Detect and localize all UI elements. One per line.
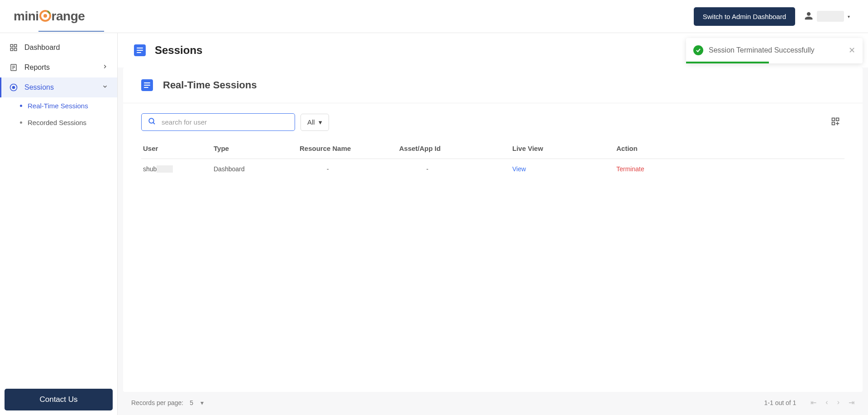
reports-icon (9, 63, 18, 72)
panel-title: Real-Time Sessions (163, 79, 257, 91)
col-type: Type (214, 145, 300, 152)
spacer (137, 179, 849, 392)
logo-orange-o (39, 9, 52, 24)
page-title: Sessions (155, 44, 202, 57)
toast-message: Session Terminated Successfully (709, 46, 843, 54)
filter-label: All (307, 118, 315, 126)
svg-rect-5 (14, 48, 17, 51)
main-area: Sessions Real-Time Sessions All ▾ (118, 33, 868, 415)
sidebar-item-label: Sessions (24, 83, 54, 92)
sidebar-sub-label: Real-Time Sessions (28, 102, 88, 110)
bullet-icon (20, 121, 22, 124)
check-circle-icon (693, 45, 703, 55)
table-row: shub Dashboard - - View Terminate (141, 159, 844, 179)
cell-user: shub (141, 165, 214, 173)
sidebar-item-sessions[interactable]: Sessions (0, 77, 117, 97)
app-header: mini range Switch to Admin Dashboard ▾ (0, 0, 868, 33)
logo-underline (38, 31, 104, 32)
sidebar-sub-recorded[interactable]: Recorded Sessions (0, 114, 117, 131)
sidebar-item-dashboard[interactable]: Dashboard (0, 38, 117, 58)
col-user: User (141, 145, 214, 152)
svg-rect-2 (10, 44, 13, 47)
sidebar-item-label: Reports (24, 63, 50, 72)
user-menu[interactable]: ▾ (804, 11, 850, 22)
sidebar-item-reports[interactable]: Reports (0, 58, 117, 77)
switch-admin-button[interactable]: Switch to Admin Dashboard (694, 7, 795, 26)
brand-logo: mini range (14, 9, 85, 24)
document-icon (141, 79, 153, 91)
chevron-right-icon (102, 63, 108, 72)
canvas: Real-Time Sessions All ▾ (118, 68, 868, 415)
cell-resource: - (300, 165, 399, 173)
bullet-icon (20, 105, 22, 107)
filter-dropdown[interactable]: All ▾ (300, 114, 329, 131)
range-text: 1-1 out of 1 (764, 399, 796, 406)
cell-asset: - (399, 165, 512, 173)
document-icon (134, 44, 146, 56)
session-table: User Type Resource Name Asset/App Id Liv… (137, 141, 849, 179)
caret-down-icon: ▾ (848, 14, 850, 19)
grid-view-icon[interactable] (831, 117, 844, 127)
caret-down-icon: ▾ (319, 118, 322, 126)
toast-notification: Session Terminated Successfully ✕ (686, 38, 863, 63)
first-page-icon[interactable]: ⇤ (811, 398, 816, 407)
svg-rect-15 (836, 118, 839, 121)
table-footer: Records per page: 5 ▾ 1-1 out of 1 ⇤ ‹ ›… (123, 392, 863, 415)
pagination-icons: ⇤ ‹ › ⇥ (811, 398, 854, 407)
sidebar-sub-real-time[interactable]: Real-Time Sessions (0, 97, 117, 114)
last-page-icon[interactable]: ⇥ (849, 398, 854, 407)
col-action: Action (616, 145, 844, 152)
svg-rect-16 (832, 122, 835, 125)
panel-header: Real-Time Sessions (137, 79, 849, 103)
nav: Dashboard Reports Sessions Real-Time Ses… (0, 33, 117, 384)
next-page-icon[interactable]: › (837, 398, 839, 407)
col-resource: Resource Name (300, 145, 399, 152)
toast-close-button[interactable]: ✕ (849, 45, 855, 55)
search-field-wrap[interactable] (141, 113, 295, 131)
header-right: Switch to Admin Dashboard ▾ (694, 7, 850, 26)
per-page-label: Records per page: (131, 399, 183, 406)
terminate-link[interactable]: Terminate (616, 165, 644, 173)
toast-progress (686, 62, 769, 63)
user-icon (804, 11, 813, 22)
cell-live: View (512, 165, 616, 173)
svg-point-1 (43, 14, 47, 18)
sessions-icon (9, 83, 18, 92)
logo-text-prefix: mini (14, 9, 39, 23)
search-input[interactable] (162, 118, 288, 126)
svg-point-12 (149, 118, 154, 123)
search-icon (148, 117, 156, 127)
svg-line-13 (153, 122, 155, 124)
user-name-masked (157, 165, 173, 173)
view-link[interactable]: View (512, 165, 526, 173)
table-header: User Type Resource Name Asset/App Id Liv… (141, 141, 844, 159)
chevron-down-icon (102, 83, 108, 92)
contact-us-button[interactable]: Contact Us (5, 389, 113, 410)
svg-point-11 (13, 87, 15, 89)
sidebar-item-label: Dashboard (24, 43, 60, 52)
user-name-placeholder (817, 11, 844, 22)
sidebar-sub-label: Recorded Sessions (28, 119, 86, 126)
cell-type: Dashboard (214, 165, 300, 173)
col-live: Live View (512, 145, 616, 152)
sidebar: Dashboard Reports Sessions Real-Time Ses… (0, 33, 118, 415)
panel: Real-Time Sessions All ▾ (123, 68, 863, 392)
svg-rect-14 (832, 118, 835, 121)
user-text: shub (143, 165, 157, 173)
svg-rect-3 (14, 44, 17, 47)
svg-rect-4 (10, 48, 13, 51)
dashboard-icon (9, 43, 18, 52)
toolbar: All ▾ (137, 103, 849, 141)
per-page-dropdown[interactable]: ▾ (200, 399, 204, 406)
prev-page-icon[interactable]: ‹ (825, 398, 828, 407)
logo-text-suffix: range (52, 9, 85, 23)
col-asset: Asset/App Id (399, 145, 512, 152)
per-page-value: 5 (190, 399, 193, 406)
cell-action: Terminate (616, 165, 844, 173)
